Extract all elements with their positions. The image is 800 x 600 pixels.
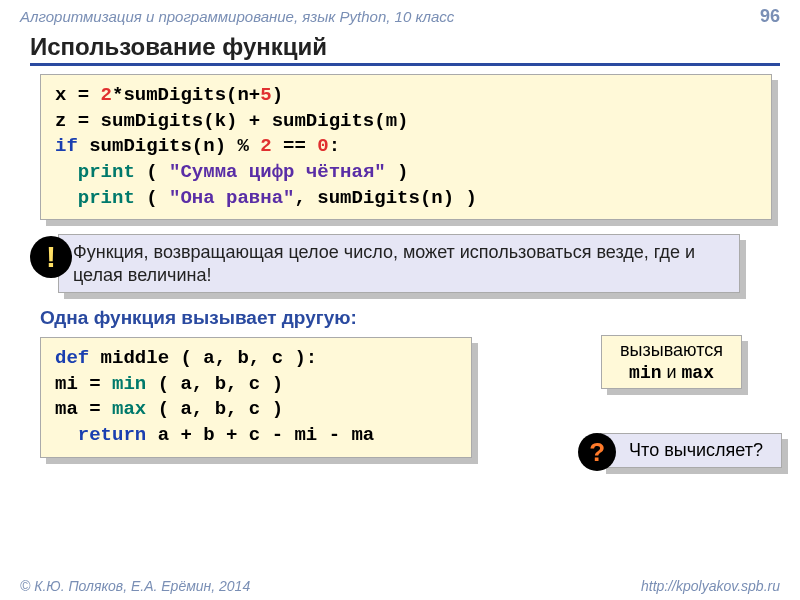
question-text: Что вычисляет? (600, 433, 782, 468)
course-name: Алгоритмизация и программирование, язык … (20, 8, 454, 25)
subheading: Одна функция вызывает другую: (40, 307, 780, 329)
note-callout: ! Функция, возвращающая целое число, мож… (58, 234, 740, 293)
question-callout: ? Что вычисляет? (600, 433, 782, 468)
footer-url: http://kpolyakov.spb.ru (641, 578, 780, 594)
slide-footer: © К.Ю. Поляков, Е.А. Ерёмин, 2014 http:/… (20, 578, 780, 594)
exclamation-icon: ! (30, 236, 72, 278)
code-block-1: x = 2*sumDigits(n+5) z = sumDigits(k) + … (40, 74, 772, 220)
code-block-2: def middle ( a, b, c ): mi = min ( a, b,… (40, 337, 472, 458)
slide-title: Использование функций (30, 33, 780, 66)
copyright: © К.Ю. Поляков, Е.А. Ерёмин, 2014 (20, 578, 250, 594)
note-text: Функция, возвращающая целое число, может… (58, 234, 740, 293)
slide-header: Алгоритмизация и программирование, язык … (0, 0, 800, 29)
page-number: 96 (760, 6, 780, 27)
callout-minmax: вызываются min и max (601, 335, 742, 389)
